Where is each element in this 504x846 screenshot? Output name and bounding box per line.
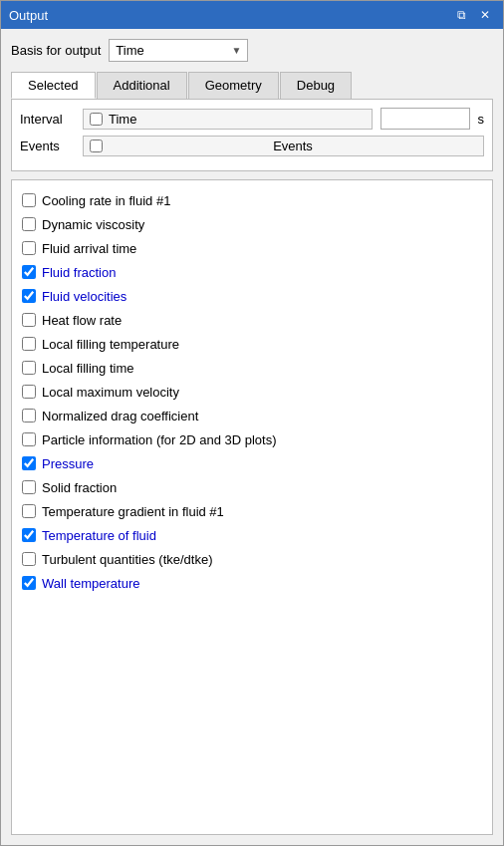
checklist-panel: Cooling rate in fluid #1Dynamic viscosit… — [11, 179, 493, 835]
interval-unit: s — [478, 112, 485, 127]
list-item: Particle information (for 2D and 3D plot… — [16, 427, 488, 451]
list-item: Local filling time — [16, 356, 488, 380]
title-bar: Output ⧉ ✕ — [1, 1, 503, 29]
checkbox-temperature-gradient[interactable] — [22, 504, 36, 518]
list-item: Turbulent quantities (tke/dtke) — [16, 547, 488, 571]
interval-row: Interval Time s — [20, 108, 484, 130]
checkbox-heat-flow-rate[interactable] — [22, 313, 36, 327]
list-item: Temperature gradient in fluid #1 — [16, 499, 488, 523]
tab-debug[interactable]: Debug — [280, 72, 352, 99]
label-local-maximum-velocity: Local maximum velocity — [42, 385, 179, 400]
interval-label: Interval — [20, 112, 75, 127]
list-item: Heat flow rate — [16, 308, 488, 332]
checkbox-temperature-of-fluid[interactable] — [22, 528, 36, 542]
checkbox-solid-fraction[interactable] — [22, 480, 36, 494]
list-item: Local maximum velocity — [16, 380, 488, 404]
list-item: Wall temperature — [16, 571, 488, 595]
interval-time-label: Time — [109, 112, 136, 127]
label-local-filling-time: Local filling time — [42, 361, 134, 376]
events-button-label: Events — [109, 139, 477, 153]
checkbox-local-filling-time[interactable] — [22, 361, 36, 375]
checkbox-dynamic-viscosity[interactable] — [22, 217, 36, 231]
checkbox-particle-information[interactable] — [22, 432, 36, 446]
label-fluid-arrival-time: Fluid arrival time — [42, 241, 136, 256]
basis-row: Basis for output Time ▼ — [11, 39, 493, 62]
label-local-filling-temperature: Local filling temperature — [42, 337, 179, 352]
checkbox-fluid-fraction[interactable] — [22, 265, 36, 279]
tab-bar: Selected Additional Geometry Debug — [11, 72, 493, 99]
checkbox-fluid-velocities[interactable] — [22, 289, 36, 303]
list-item: Pressure — [16, 451, 488, 475]
list-item: Solid fraction — [16, 475, 488, 499]
list-item: Local filling temperature — [16, 332, 488, 356]
label-normalized-drag-coefficient: Normalized drag coefficient — [42, 409, 198, 423]
basis-select[interactable]: Time ▼ — [109, 39, 248, 62]
tab-content: Interval Time s Events Events — [11, 99, 493, 171]
basis-label: Basis for output — [11, 43, 101, 58]
list-item: Normalized drag coefficient — [16, 404, 488, 427]
label-turbulent-quantities: Turbulent quantities (tke/dtke) — [42, 552, 213, 567]
label-heat-flow-rate: Heat flow rate — [42, 313, 122, 328]
label-temperature-of-fluid: Temperature of fluid — [42, 528, 156, 543]
window-title: Output — [9, 8, 48, 23]
restore-button[interactable]: ⧉ — [451, 6, 471, 24]
checkbox-normalized-drag-coefficient[interactable] — [22, 409, 36, 423]
chevron-down-icon: ▼ — [231, 45, 241, 56]
close-button[interactable]: ✕ — [475, 6, 495, 24]
events-checkbox[interactable] — [90, 140, 103, 152]
label-solid-fraction: Solid fraction — [42, 480, 117, 495]
list-item: Temperature of fluid — [16, 523, 488, 547]
checkbox-wall-temperature[interactable] — [22, 576, 36, 590]
checkbox-local-maximum-velocity[interactable] — [22, 385, 36, 399]
list-item: Fluid arrival time — [16, 236, 488, 260]
tab-selected[interactable]: Selected — [11, 72, 96, 99]
events-row: Events Events — [20, 136, 484, 156]
output-window: Output ⧉ ✕ Basis for output Time ▼ Selec… — [0, 0, 504, 846]
checkbox-local-filling-temperature[interactable] — [22, 337, 36, 351]
checkbox-fluid-arrival-time[interactable] — [22, 241, 36, 255]
interval-control: Time — [83, 109, 373, 130]
interval-checkbox[interactable] — [90, 113, 103, 126]
label-fluid-fraction: Fluid fraction — [42, 265, 116, 280]
basis-select-value: Time — [116, 43, 143, 58]
label-temperature-gradient: Temperature gradient in fluid #1 — [42, 504, 224, 519]
list-item: Dynamic viscosity — [16, 212, 488, 236]
list-item: Fluid velocities — [16, 284, 488, 308]
label-wall-temperature: Wall temperature — [42, 576, 140, 591]
checkbox-pressure[interactable] — [22, 456, 36, 470]
tab-geometry[interactable]: Geometry — [188, 72, 279, 99]
checkbox-cooling-rate[interactable] — [22, 193, 36, 207]
main-content: Basis for output Time ▼ Selected Additio… — [1, 29, 503, 845]
tab-additional[interactable]: Additional — [97, 72, 187, 99]
label-fluid-velocities: Fluid velocities — [42, 289, 126, 304]
interval-value-input[interactable] — [380, 108, 470, 130]
list-item: Cooling rate in fluid #1 — [16, 188, 488, 212]
title-bar-buttons: ⧉ ✕ — [451, 6, 495, 24]
label-dynamic-viscosity: Dynamic viscosity — [42, 217, 144, 232]
list-item: Fluid fraction — [16, 260, 488, 284]
events-control: Events — [83, 136, 484, 156]
label-pressure: Pressure — [42, 456, 94, 471]
label-particle-information: Particle information (for 2D and 3D plot… — [42, 432, 277, 447]
checkbox-turbulent-quantities[interactable] — [22, 552, 36, 566]
label-cooling-rate: Cooling rate in fluid #1 — [42, 193, 170, 208]
events-label: Events — [20, 139, 75, 153]
